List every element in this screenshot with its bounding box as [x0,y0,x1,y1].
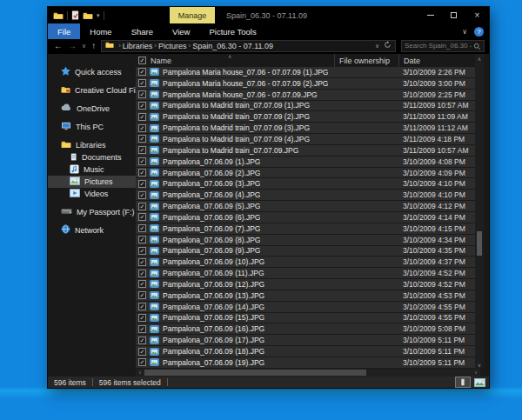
file-checkbox[interactable]: ✓ [138,169,146,177]
file-row[interactable]: ✓Pampalona_07.06.09 (13).JPG3/10/2009 4:… [136,290,475,302]
file-checkbox[interactable]: ✓ [138,258,146,266]
tab-share[interactable]: Share [122,23,163,39]
file-row[interactable]: ✓Pampalona to Madrid train_07.07.09 (1).… [136,101,475,112]
properties-icon[interactable] [71,10,79,20]
recent-locations-icon[interactable]: ∨ [82,43,86,49]
tab-picture-tools[interactable]: Picture Tools [199,23,265,39]
file-row[interactable]: ✓Pampalona_07.06.09 (4).JPG3/10/2009 4:1… [136,190,475,201]
qat-customize-icon[interactable]: ▾ [97,12,100,18]
sidebar-item-my-passport-f[interactable]: My Passport (F:) [48,205,136,218]
vertical-scrollbar[interactable]: ∧ ∨ [475,54,484,369]
sidebar-item-this-pc[interactable]: This PC [48,120,136,133]
file-checkbox[interactable]: ✓ [138,280,146,288]
column-header-name[interactable]: ✓ Name ∧ [136,54,334,67]
file-row[interactable]: ✓Pampalona_07.06.09 (6).JPG3/10/2009 4:1… [136,212,475,223]
file-row[interactable]: ✓Pampalona_07.06.09 (12).JPG3/10/2009 4:… [136,279,475,290]
sidebar-item-libraries[interactable]: Libraries [48,138,136,151]
file-row[interactable]: ✓Pampalona_07.06.09 (8).JPG3/10/2009 4:3… [136,235,475,246]
scroll-down-icon[interactable]: ∨ [475,360,484,369]
file-checkbox[interactable]: ✓ [138,124,146,132]
file-checkbox[interactable]: ✓ [138,247,146,255]
file-row[interactable]: ✓Pampalona_07.06.09 (9).JPG3/10/2009 4:3… [136,246,475,257]
address-bar[interactable]: ›Libraries›Pictures›Spain_06.30 - 07.11.… [101,40,396,52]
file-checkbox[interactable]: ✓ [138,224,146,232]
select-all-checkbox[interactable]: ✓ [138,57,146,64]
file-row[interactable]: ✓Pampalona_07.06.09 (2).JPG3/10/2009 4:0… [136,168,475,179]
breadcrumb-item[interactable]: Libraries [123,42,153,50]
file-row[interactable]: ✓Pampalona_07.06.09 (14).JPG3/10/2009 4:… [136,302,475,313]
refresh-icon[interactable] [384,41,392,50]
file-row[interactable]: ✓Pampalona_07.06.09 (16).JPG3/10/2009 5:… [136,323,475,335]
file-checkbox[interactable]: ✓ [138,113,146,121]
close-button[interactable]: × [465,7,489,23]
sidebar-item-creative-cloud-files[interactable]: Creative Cloud Files [48,83,136,97]
sidebar-item-onedrive[interactable]: OneDrive [48,102,136,115]
file-row[interactable]: ✓Pampalona_07.06.09 (11).JPG3/10/2009 4:… [136,268,475,279]
horizontal-scrollbar-thumb[interactable] [144,370,366,376]
file-checkbox[interactable]: ✓ [138,303,146,310]
title-bar[interactable]: ▾ Manage Spain_06.30 - 07.11.09 × [48,7,489,23]
file-row[interactable]: ✓Pampalona to Madrid train_07.07.09.JPG3… [136,145,475,157]
file-row[interactable]: ✓Pampalona_07.06.09 (3).JPG3/10/2009 4:1… [136,178,475,190]
file-checkbox[interactable]: ✓ [138,337,146,344]
file-checkbox[interactable]: ✓ [138,157,146,165]
file-row[interactable]: ✓Pampalona Maria house_07.06 - 07.07.09.… [136,90,475,101]
scroll-left-icon[interactable]: ‹ [136,370,144,376]
sidebar-item-music[interactable]: Music [48,163,136,176]
file-row[interactable]: ✓Pampalona_07.06.09 (10).JPG3/10/2009 4:… [136,257,475,268]
sidebar-item-quick-access[interactable]: Quick access [48,65,136,78]
forward-icon[interactable]: → [68,42,77,50]
scroll-right-icon[interactable]: › [472,370,480,376]
file-row[interactable]: ✓Pampalona to Madrid train_07.07.09 (2).… [136,111,475,123]
tab-file[interactable]: File [48,23,80,39]
file-checkbox[interactable]: ✓ [138,270,146,277]
sidebar-item-videos[interactable]: Videos [48,188,136,200]
file-checkbox[interactable]: ✓ [138,191,146,199]
file-checkbox[interactable]: ✓ [138,325,146,333]
thumbnails-view-button[interactable] [472,377,486,387]
address-dropdown-icon[interactable]: ∨ [375,43,379,49]
file-row[interactable]: ✓Pampalona_07.06.09 (7).JPG3/10/2009 4:1… [136,223,475,235]
file-row[interactable]: ✓Pampalona Maria house_07.06 - 07.07.09 … [136,78,475,90]
file-checkbox[interactable]: ✓ [138,135,146,143]
column-header-date[interactable]: Date [398,54,475,67]
ribbon-expand-icon[interactable]: ∨ [462,28,467,36]
file-checkbox[interactable]: ✓ [138,68,146,76]
file-checkbox[interactable]: ✓ [138,291,146,299]
details-view-button[interactable] [456,377,470,387]
file-row[interactable]: ✓Pampalona to Madrid train_07.07.09 (3).… [136,123,475,134]
file-row[interactable]: ✓Pampalona_07.06.09 (19).JPG3/10/2009 5:… [136,357,475,369]
back-icon[interactable]: ← [54,42,63,50]
sidebar-item-network[interactable]: Network [48,223,136,237]
file-row[interactable]: ✓Pampalona_07.06.09 (18).JPG3/10/2009 5:… [136,346,475,357]
file-checkbox[interactable]: ✓ [138,180,146,188]
file-checkbox[interactable]: ✓ [138,90,146,98]
column-header-file-ownership[interactable]: File ownership [334,54,398,67]
file-checkbox[interactable]: ✓ [138,146,146,154]
help-icon[interactable]: ? [474,27,484,37]
file-checkbox[interactable]: ✓ [138,358,146,366]
file-row[interactable]: ✓Pampalona_07.06.09 (15).JPG3/10/2009 4:… [136,313,475,324]
breadcrumb-item[interactable]: Pictures [158,42,187,50]
tab-home[interactable]: Home [80,23,121,39]
file-checkbox[interactable]: ✓ [138,102,146,110]
sidebar-item-pictures[interactable]: Pictures [48,176,136,188]
file-checkbox[interactable]: ✓ [138,314,146,322]
vertical-scrollbar-thumb[interactable] [477,231,482,256]
file-checkbox[interactable]: ✓ [138,348,146,356]
sidebar-item-documents[interactable]: Documents [48,151,136,163]
maximize-button[interactable] [442,7,465,23]
file-row[interactable]: ✓Pampalona_07.06.09 (17).JPG3/10/2009 5:… [136,335,475,346]
search-input[interactable]: Search Spain_06.30 - 07.11.09 [401,40,485,52]
file-checkbox[interactable]: ✓ [138,213,146,221]
file-checkbox[interactable]: ✓ [138,236,146,243]
contextual-group-label[interactable]: Manage [170,7,215,23]
file-row[interactable]: ✓Pampalona_07.06.09 (1).JPG3/10/2009 4:0… [136,157,475,168]
breadcrumb-item[interactable]: Spain_06.30 - 07.11.09 [192,42,273,50]
minimize-button[interactable] [418,7,442,23]
horizontal-scrollbar[interactable]: ‹ › [136,369,480,377]
file-checkbox[interactable]: ✓ [138,79,146,87]
tab-view[interactable]: View [163,23,199,39]
new-folder-icon[interactable] [83,11,93,20]
scroll-up-icon[interactable]: ∧ [475,54,484,63]
